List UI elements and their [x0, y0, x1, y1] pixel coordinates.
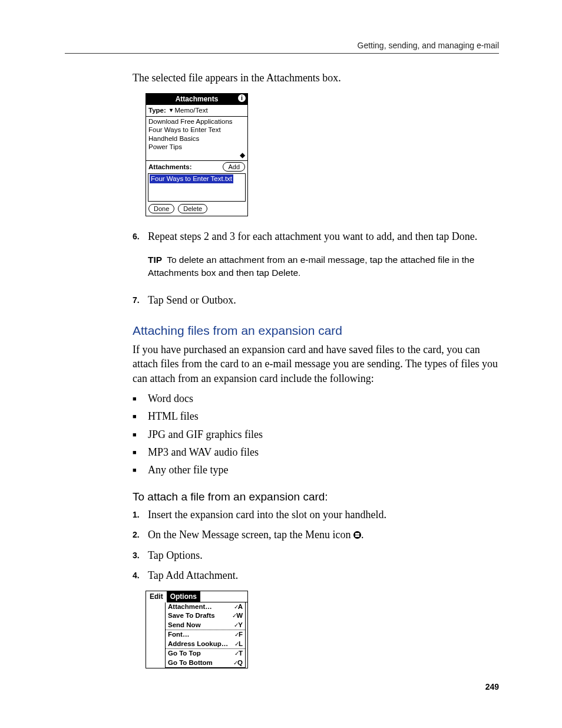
bullet-text: HTML files [148, 409, 501, 423]
bullet-text: Word docs [148, 391, 501, 406]
options-dropdown: Attachment…A Save To DraftsW Send NowY F… [165, 602, 246, 668]
menu-item-send-now[interactable]: Send NowY [166, 621, 245, 630]
info-icon[interactable]: i [238, 94, 246, 102]
step-7: 7. Tap Send or Outbox. [148, 293, 501, 307]
options-menu-figure: Edit Options Attachment…A Save To Drafts… [146, 591, 501, 668]
step-text: On the New Message screen, tap the Menu … [148, 528, 501, 542]
attachments-dialog-figure: Attachments i Type: ▾ Memo/Text Download… [146, 93, 501, 216]
step-number: 1. [133, 508, 148, 522]
dialog-title-text: Attachments [176, 95, 219, 103]
bullet-text: MP3 and WAV audio files [148, 445, 501, 459]
done-button[interactable]: Done [148, 204, 174, 213]
intro-paragraph: The selected file appears in the Attachm… [133, 71, 501, 85]
type-row[interactable]: Type: ▾ Memo/Text [146, 105, 247, 117]
page-number: 249 [485, 681, 499, 693]
scroll-down-icon[interactable]: ◆ [146, 151, 247, 160]
type-value: Memo/Text [174, 107, 207, 114]
dialog-button-row: Done Delete [146, 202, 247, 216]
list-item[interactable]: Handheld Basics [146, 134, 247, 143]
list-item[interactable]: Power Tips [146, 143, 247, 151]
step-text-pre: On the New Message screen, tap the Menu … [148, 529, 353, 541]
step-text: Insert the expansion card into the slot … [148, 508, 501, 522]
bullet-icon: ■ [133, 391, 148, 406]
tip-label: TIP [148, 255, 162, 265]
page-content: The selected file appears in the Attachm… [133, 71, 501, 681]
step-text: Tap Send or Outbox. [148, 293, 501, 307]
bullet-text: JPG and GIF graphics files [148, 427, 501, 442]
menu-item-go-to-bottom[interactable]: Go To BottomQ [166, 658, 245, 668]
bullet-text: Any other file type [148, 463, 501, 477]
selected-attachment[interactable]: Four Ways to Enter Text.txt [150, 174, 233, 183]
type-label: Type: [148, 107, 166, 114]
delete-button[interactable]: Delete [178, 204, 207, 213]
section-heading: Attaching files from an expansion card [133, 322, 501, 339]
tip-text: To delete an attachment from an e-mail m… [148, 255, 474, 278]
step-number: 4. [133, 568, 148, 582]
step-number: 7. [133, 293, 148, 307]
menu-item-address-lookup[interactable]: Address Lookup…L [166, 640, 245, 649]
step-6: 6. Repeat steps 2 and 3 for each attachm… [148, 229, 501, 243]
menu-item-attachment[interactable]: Attachment…A [166, 602, 245, 612]
attachments-label: Attachments: [148, 163, 191, 171]
step-text: Repeat steps 2 and 3 for each attachment… [148, 229, 501, 243]
bullet-icon: ■ [133, 409, 148, 423]
proc-step-3: 3. Tap Options. [148, 548, 501, 562]
step-number: 6. [133, 229, 148, 243]
add-button[interactable]: Add [223, 162, 245, 172]
tip-block: TIPTo delete an attachment from an e-mai… [148, 253, 501, 280]
step-text: Tap Add Attachment. [148, 568, 501, 582]
step-number: 3. [133, 548, 148, 562]
procedure-heading: To attach a file from an expansion card: [133, 489, 501, 505]
menu-item-save-to-drafts[interactable]: Save To DraftsW [166, 611, 245, 621]
step-number: 2. [133, 528, 148, 542]
list-item[interactable]: Four Ways to Enter Text [146, 126, 247, 134]
header-rule [65, 53, 499, 54]
tab-options[interactable]: Options [167, 591, 200, 602]
list-item[interactable]: Download Free Applications [146, 117, 247, 126]
attachments-dialog: Attachments i Type: ▾ Memo/Text Download… [146, 93, 248, 216]
bullet-list: ■Word docs ■HTML files ■JPG and GIF grap… [133, 391, 501, 477]
dialog-title: Attachments i [146, 94, 247, 105]
proc-step-1: 1. Insert the expansion card into the sl… [148, 508, 501, 522]
bullet-icon: ■ [133, 427, 148, 442]
tab-edit[interactable]: Edit [146, 591, 167, 602]
step-text-post: . [361, 529, 364, 541]
options-menu-screenshot: Edit Options Attachment…A Save To Drafts… [146, 591, 248, 668]
attachments-box[interactable]: Four Ways to Enter Text.txt [148, 173, 246, 202]
running-header: Getting, sending, and managing e-mail [0, 40, 562, 51]
proc-step-4: 4. Tap Add Attachment. [148, 568, 501, 582]
file-list[interactable]: Download Free Applications Four Ways to … [146, 117, 247, 161]
menu-item-font[interactable]: Font…F [166, 630, 245, 640]
menu-bar: Edit Options [146, 591, 247, 602]
section-paragraph: If you have purchased an expansion card … [133, 342, 501, 386]
bullet-icon: ■ [133, 463, 148, 477]
dropdown-arrow-icon: ▾ [170, 107, 173, 114]
step-text: Tap Options. [148, 548, 501, 562]
menu-icon [353, 531, 361, 539]
attachments-header-row: Attachments: Add [146, 160, 247, 173]
proc-step-2: 2. On the New Message screen, tap the Me… [148, 528, 501, 542]
bullet-icon: ■ [133, 445, 148, 459]
menu-item-go-to-top[interactable]: Go To TopT [166, 649, 245, 658]
